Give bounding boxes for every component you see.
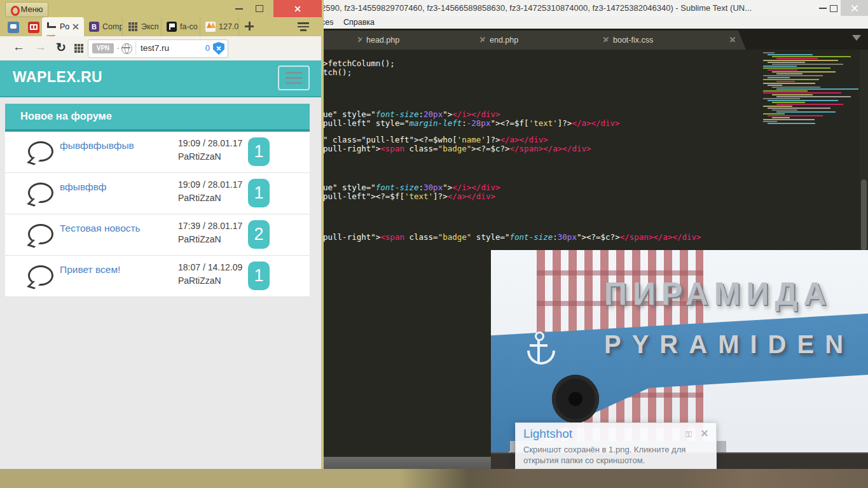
sublime-close-button[interactable]: [841, 0, 868, 16]
forum-row[interactable]: Привет всем! 18:07 / 14.12.09 PaRtiZzaN …: [5, 256, 310, 297]
pinned-tab-video[interactable]: [24, 18, 43, 36]
menu-item-help[interactable]: Справка: [343, 16, 375, 29]
blocked-counter: 0: [205, 43, 210, 53]
reload-button[interactable]: ↻: [56, 40, 66, 55]
webpage: WAPLEX.RU Новое на форуме фывфвфывфыв 19…: [0, 60, 321, 469]
browser-tab-active-cms[interactable]: CMS Po: [42, 17, 84, 36]
tab-head-php[interactable]: head.php: [357, 31, 496, 50]
site-header: WAPLEX.RU: [0, 60, 321, 97]
forum-panel: Новое на форуме фывфвфывфыв 19:09 / 28.0…: [5, 104, 310, 297]
code-line: ue" style="font-size:30px"></i></div>: [323, 183, 500, 192]
code-line: pull-right"><span class="badge"><?=$c?><…: [323, 144, 591, 153]
hamburger-menu-button[interactable]: [278, 66, 310, 90]
tab-end-php[interactable]: end.php: [481, 31, 619, 50]
opera-logo-icon: [11, 6, 20, 16]
globe-icon: [121, 43, 132, 54]
topic-author: PaRtiZzaN: [178, 193, 221, 203]
topic-link[interactable]: фывфвфывфыв: [60, 140, 134, 151]
new-tab-button[interactable]: [245, 22, 254, 31]
opera-close-button[interactable]: [273, 0, 322, 17]
code-line: pull-left" style="margin-left:-28px"><?=…: [323, 119, 620, 128]
browser-tab-export[interactable]: Эксп: [123, 17, 162, 36]
gear-wheel: [552, 375, 599, 423]
tab-menu-icon[interactable]: [298, 22, 309, 31]
chat-bubble-icon: [8, 22, 19, 33]
browser-tab-bootstrap[interactable]: B Comp: [85, 17, 123, 36]
topic-author: PaRtiZzaN: [178, 234, 221, 244]
site-logo-text[interactable]: WAPLEX.RU: [13, 69, 102, 86]
panel-title: Новое на форуме: [20, 110, 112, 122]
speech-bubble-icon: [28, 141, 53, 162]
anchor-icon: [524, 331, 553, 368]
topic-datetime: 19:09 / 28.01.17: [178, 138, 242, 148]
url-text[interactable]: test7.ru: [141, 43, 169, 53]
settings-wrench-icon[interactable]: ⚿: [685, 429, 694, 438]
speech-bubble-icon: [28, 224, 53, 244]
tab-boot-fix-css[interactable]: boot-fix.css: [604, 31, 746, 50]
panel-header: Новое на форуме: [5, 104, 310, 132]
sign-text-latin: PYRAMIDEN: [604, 330, 854, 359]
pinned-tab-chat[interactable]: [4, 18, 23, 36]
back-button[interactable]: ←: [13, 40, 25, 54]
flag-favicon: [167, 22, 177, 32]
sublime-minimize-button[interactable]: [819, 8, 827, 9]
scrollbar-thumb[interactable]: [861, 179, 867, 251]
opera-toolbar: ← → ↻ VPN · test7.ru 0 ♥ ABP ↓: [0, 36, 321, 61]
code-line: tch();: [323, 68, 352, 77]
forum-row[interactable]: вфывфвф 19:09 / 28.01.17 PaRtiZzaN 1: [5, 173, 310, 214]
phpmyadmin-favicon: PMA: [205, 22, 216, 32]
video-grid-icon: [28, 22, 39, 33]
minimap[interactable]: [763, 52, 860, 127]
topic-datetime: 18:07 / 14.12.09: [178, 262, 242, 272]
notification-message[interactable]: Скриншот сохранён в 1.png. Кликните для …: [523, 444, 708, 466]
address-bar[interactable]: VPN · test7.ru 0: [88, 39, 228, 58]
close-icon[interactable]: [72, 24, 79, 30]
code-line: pull-left"><?=$f['text']?></a></div>: [323, 192, 495, 201]
code-line: >fetchColumn();: [323, 59, 395, 68]
cms-favicon: CMS: [46, 22, 57, 32]
grid-favicon: [128, 22, 138, 32]
forward-button[interactable]: →: [34, 40, 46, 54]
desktop: 2590, fz3-14559829707460, fz3-1456658985…: [0, 0, 868, 488]
topic-datetime: 17:39 / 28.01.17: [178, 221, 242, 231]
topic-link[interactable]: Тестовая новость: [60, 223, 141, 234]
close-icon[interactable]: [701, 429, 708, 437]
taskbar: Fz µ Ps 7z S: [0, 469, 868, 488]
shield-icon[interactable]: [213, 42, 224, 55]
speech-bubble-icon: [28, 183, 53, 203]
browser-tab-fontawesome[interactable]: fa-co: [162, 17, 200, 36]
browser-tab-phpmyadmin[interactable]: PMA 127.0: [201, 17, 239, 36]
speed-dial-icon[interactable]: [74, 44, 77, 46]
lightshot-notification[interactable]: Lightshot ⚿ Скриншот сохранён в 1.png. К…: [515, 422, 717, 470]
reply-count-badge: 1: [248, 261, 270, 290]
sublime-restore-button[interactable]: [830, 5, 837, 12]
close-icon[interactable]: [729, 36, 736, 43]
reply-count-badge: 1: [248, 137, 270, 166]
tab-overflow-icon[interactable]: [852, 35, 861, 41]
code-line: pull-right"><span class="badge" style="f…: [323, 233, 701, 242]
speech-bubble-icon: [28, 265, 53, 286]
opera-menu-button[interactable]: Меню: [5, 2, 48, 17]
vpn-badge[interactable]: VPN: [92, 43, 114, 53]
sublime-window-title: 2590, fz3-14559829707460, fz3-1456658985…: [321, 0, 752, 16]
topic-author: PaRtiZzaN: [178, 151, 221, 162]
opera-window: Меню CMS Po B Com: [0, 0, 324, 469]
opera-minimize-button[interactable]: [235, 8, 243, 10]
bootstrap-favicon: B: [89, 22, 99, 32]
topic-author: PaRtiZzaN: [178, 275, 221, 286]
forum-row[interactable]: фывфвфывфыв 19:09 / 28.01.17 PaRtiZzaN 1: [5, 132, 310, 173]
notification-app-title: Lightshot: [523, 427, 572, 441]
forum-row[interactable]: Тестовая новость 17:39 / 28.01.17 PaRtiZ…: [5, 214, 310, 256]
topic-datetime: 19:09 / 28.01.17: [178, 179, 242, 190]
code-line: ue" style="font-size:20px"></i></div>: [323, 110, 500, 119]
reply-count-badge: 2: [248, 220, 270, 249]
sign-text-russian: ПИРАМИДА: [604, 275, 832, 312]
code-line: " class="pull-left"><?=$who['name']?></a…: [323, 136, 548, 144]
topic-link[interactable]: Привет всем!: [60, 264, 120, 275]
reply-count-badge: 1: [248, 179, 270, 207]
opera-maximize-button[interactable]: [256, 5, 263, 12]
topic-link[interactable]: вфывфвф: [60, 181, 107, 193]
